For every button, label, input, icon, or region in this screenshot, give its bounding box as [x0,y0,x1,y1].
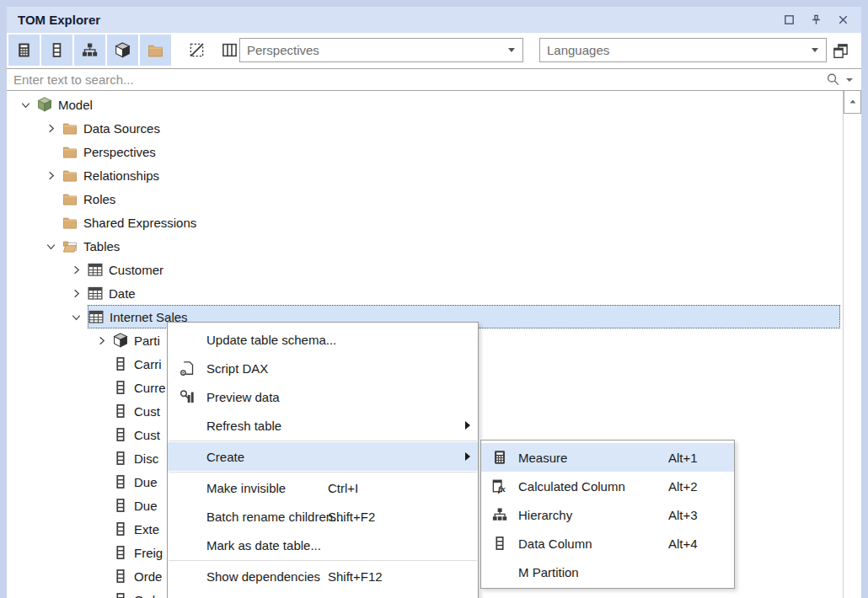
panel-title: TOM Explorer [7,13,100,27]
chevron-down-icon[interactable] [64,311,88,323]
menu-separator [169,440,477,441]
chevron-right-icon[interactable] [64,264,88,276]
scroll-up-button[interactable] [844,91,861,114]
submenu-item-measure[interactable]: Measure Alt+1 [481,443,734,472]
table-icon [88,309,104,324]
folder-icon [147,42,163,58]
shortcut-label: Shift+F12 [328,562,383,590]
shortcut-label: Alt+2 [668,472,698,500]
tree-item-roles[interactable]: Roles [7,187,843,211]
table-icon [88,262,103,277]
maximize-button[interactable] [779,10,799,30]
toolbar-toggle-group [8,35,245,66]
chevron-down-icon[interactable] [39,240,62,253]
data-column-icon [113,451,128,466]
menu-item-mark-as-date-table[interactable]: Mark as date table... [168,531,478,559]
chevron-down-icon[interactable] [13,99,37,111]
perspectives-dropdown-value: Perspectives [240,43,319,57]
submenu-item-calculated-column[interactable]: Calculated Column Alt+2 [481,472,734,500]
submenu-arrow-icon [465,452,470,461]
tree-item-relationships[interactable]: Relationships [7,163,843,187]
pin-button[interactable] [806,10,826,30]
menu-item-batch-rename-children[interactable]: Batch rename children... Shift+F2 [168,502,478,531]
hierarchy-icon [82,42,98,58]
languages-dropdown-value: Languages [540,43,609,57]
title-bar: TOM Explorer [7,7,861,33]
menu-item-update-table-schema[interactable]: Update table schema... [168,325,478,354]
data-column-icon [113,380,128,395]
shortcut-label: Ctrl+I [328,473,358,502]
data-column-icon [113,498,128,513]
menu-item-script-dax[interactable]: Script DAX [168,354,478,382]
folder-icon [62,144,78,159]
context-menu: Update table schema... Script DAX Previe… [167,322,479,598]
tree-item-customer[interactable]: Customer [7,258,843,281]
submenu-item-m-partition[interactable]: M Partition [481,558,734,586]
data-column-icon [113,427,128,442]
shortcut-label: Alt+1 [668,443,698,472]
pin-icon [810,13,822,26]
toggle-hidden-objects-button[interactable] [181,35,212,66]
chevron-right-icon[interactable] [39,122,62,135]
data-column-icon [113,403,128,419]
shortcut-label: Alt+3 [668,500,698,529]
maximize-icon [783,13,796,26]
chevron-right-icon[interactable] [89,334,113,347]
menu-item-show-dependencies[interactable]: Show dependencies Shift+F12 [168,562,478,590]
tree-item-perspectives[interactable]: Perspectives [7,140,843,163]
search-input[interactable] [7,72,826,87]
languages-dropdown[interactable]: Languages [539,38,827,62]
submenu-item-data-column[interactable]: Data Column Alt+4 [481,529,734,558]
close-icon [837,13,849,26]
cascade-windows-icon [833,43,849,59]
folder-icon [62,168,78,183]
perspectives-dropdown[interactable]: Perspectives [239,38,523,62]
table-icon [88,286,103,301]
partition-icon [115,42,131,58]
calculated-column-icon [492,478,507,494]
folder-icon [62,120,78,136]
tree-item-date[interactable]: Date [7,281,843,305]
data-column-icon [49,42,65,58]
search-options-chevron-icon[interactable] [846,78,853,82]
scroll-up-arrow-icon [848,97,858,107]
measure-icon [16,42,32,58]
hierarchy-icon [492,507,507,522]
tree-item-model[interactable]: Model [7,93,843,116]
menu-item-preview-data[interactable]: Preview data [168,382,478,411]
menu-item-make-invisible[interactable]: Make invisible Ctrl+I [168,473,478,502]
data-column-icon [492,536,507,551]
partition-icon [113,333,128,348]
tree-item-tables[interactable]: Tables [7,234,843,258]
toolbar: Perspectives Languages [7,33,861,68]
data-column-icon [113,356,128,371]
preview-data-icon [179,389,195,404]
search-icon[interactable] [826,72,841,88]
diagonal-square-icon [189,42,205,58]
menu-item-create[interactable]: Create [168,442,478,471]
script-dax-icon [179,360,195,376]
close-button[interactable] [833,10,853,30]
chevron-right-icon[interactable] [64,287,88,300]
menu-item-refresh-table[interactable]: Refresh table [168,411,478,440]
submenu-item-hierarchy[interactable]: Hierarchy Alt+3 [481,500,734,529]
tree-item-shared-expressions[interactable]: Shared Expressions [7,211,843,234]
data-column-icon [113,545,128,560]
toggle-partitions-button[interactable] [107,35,138,66]
toggle-columns-button[interactable] [41,35,72,66]
toggle-folders-button[interactable] [140,35,171,66]
model-icon [37,97,52,112]
chevron-down-icon [812,48,818,52]
search-bar [7,68,861,91]
toggle-measures-button[interactable] [8,35,40,66]
data-column-icon [113,592,128,598]
vertical-scrollbar[interactable] [843,91,861,598]
columns-layout-icon [222,42,238,58]
folder-icon [62,191,78,206]
expand-collapse-all-button[interactable] [829,40,851,61]
chevron-right-icon[interactable] [39,169,62,182]
folder-icon [62,215,78,230]
toggle-hierarchies-button[interactable] [74,35,105,66]
chevron-down-icon [508,48,515,52]
tree-item-data-sources[interactable]: Data Sources [7,116,843,140]
